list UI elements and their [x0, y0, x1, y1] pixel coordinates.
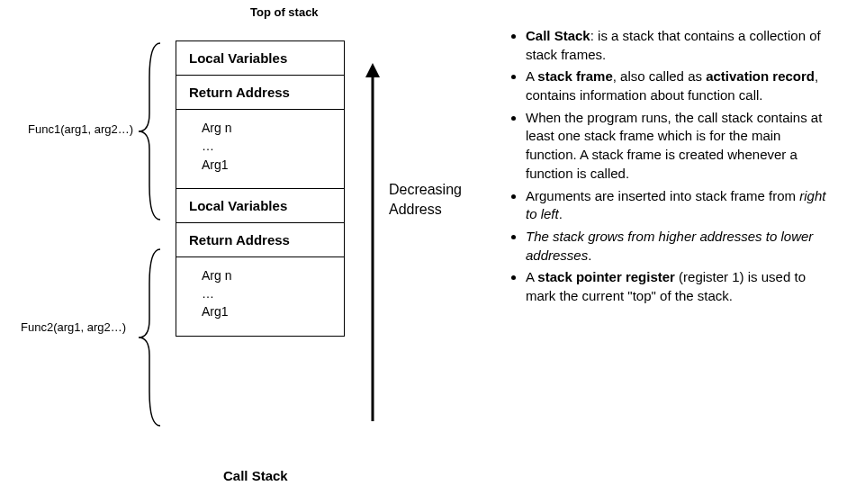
- stack-frame-1: Local Variables Return Address Arg n … A…: [176, 41, 344, 189]
- bullet-2-bold1: stack frame: [537, 68, 612, 84]
- bullets-list: Call Stack: is a stack that contains a c…: [504, 27, 828, 310]
- bullet-3: When the program runs, the call stack co…: [526, 109, 828, 184]
- bullet-1-bold: Call Stack: [526, 28, 590, 43]
- bullet-1: Call Stack: is a stack that contains a c…: [526, 27, 828, 64]
- bullet-4-pre: Arguments are inserted into stack frame …: [526, 188, 799, 203]
- arrow-label-line1: Decreasing: [389, 180, 462, 200]
- frame1-args: Arg n … Arg1: [176, 110, 344, 189]
- stack-frame-2: Local Variables Return Address Arg n … A…: [176, 189, 344, 336]
- bullet-6-pre: A: [526, 269, 537, 284]
- frame2-local-vars: Local Variables: [176, 189, 344, 223]
- bullet-6-bold: stack pointer register: [537, 269, 675, 284]
- frame2-argdots: …: [202, 284, 331, 302]
- frame2-return-addr: Return Address: [176, 223, 344, 257]
- bullet-5-post: .: [588, 248, 591, 263]
- func2-label: Func2(arg1, arg2…): [21, 320, 126, 334]
- decreasing-address-arrow-icon: [365, 63, 380, 421]
- call-stack-box: Local Variables Return Address Arg n … A…: [176, 40, 345, 337]
- frame2-argn: Arg n: [202, 266, 331, 284]
- bullet-5-italic: The stack grows from higher addresses to…: [526, 229, 813, 263]
- call-stack-label: Call Stack: [223, 468, 288, 483]
- bullet-2-mid: , also called as: [613, 68, 706, 84]
- brace-func2-icon: [133, 248, 169, 428]
- frame1-return-addr: Return Address: [176, 76, 344, 110]
- arrow-label: Decreasing Address: [389, 180, 462, 219]
- frame1-arg1: Arg1: [202, 156, 331, 174]
- frame1-argdots: …: [202, 137, 331, 155]
- bullet-2-pre: A: [526, 68, 537, 84]
- top-of-stack-label: Top of stack: [250, 5, 319, 19]
- svg-marker-1: [365, 63, 380, 77]
- frame2-args: Arg n … Arg1: [176, 257, 344, 336]
- frame1-local-vars: Local Variables: [176, 41, 344, 76]
- frame1-argn: Arg n: [202, 119, 331, 137]
- bullet-2: A stack frame, also called as activation…: [526, 68, 828, 104]
- brace-func1-icon: [133, 41, 169, 221]
- arrow-label-line2: Address: [389, 200, 462, 220]
- bullet-5: The stack grows from higher addresses to…: [526, 228, 828, 265]
- bullet-4: Arguments are inserted into stack frame …: [526, 187, 828, 224]
- bullet-2-bold2: activation record: [706, 68, 815, 84]
- bullet-6: A stack pointer register (register 1) is…: [526, 268, 828, 305]
- func1-label: Func1(arg1, arg2…): [28, 122, 133, 136]
- frame2-arg1: Arg1: [202, 302, 331, 320]
- bullet-4-post: .: [559, 206, 563, 221]
